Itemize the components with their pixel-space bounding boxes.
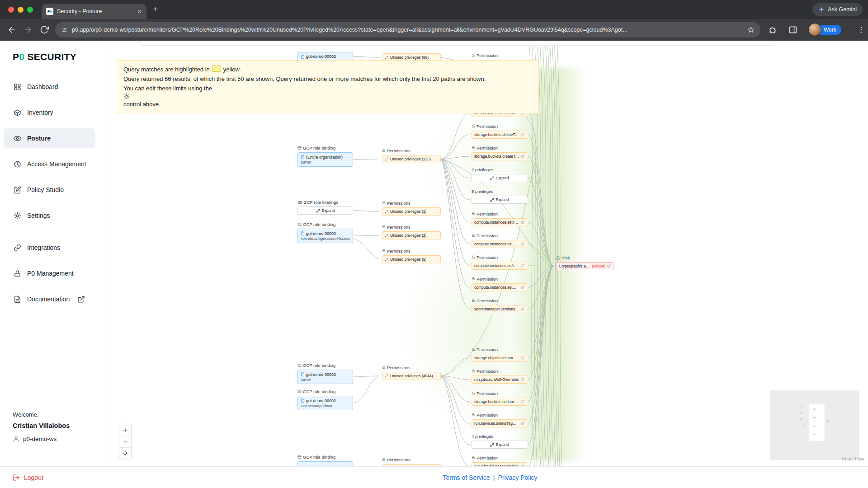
expand-button[interactable]: Expand <box>472 174 527 182</box>
unused-privileges-chip[interactable]: Unused privileges (5) <box>382 255 441 263</box>
permission-chip[interactable]: storage.buckets.deleteTagBindi... <box>472 131 527 139</box>
role-binding-node[interactable]: GCP role binding got-demo-00002 owner <box>297 362 353 384</box>
permission-node[interactable]: Permission compute.instances.osLogin <box>472 233 527 248</box>
maximize-window-button[interactable] <box>27 7 33 13</box>
permission-node[interactable]: Permission storage.objects.setIamPolicy <box>472 347 527 362</box>
permission-node[interactable]: Permission <box>472 52 527 60</box>
role-binding-node[interactable]: GCP role binding (Entire organization) o… <box>297 145 353 167</box>
forward-icon[interactable] <box>24 25 33 34</box>
sidebar-item-p0-management[interactable]: P0 Management <box>4 263 95 283</box>
permissions-group-node[interactable]: Permissions Unused privileges (135) <box>382 148 441 163</box>
logout-button[interactable]: Logout <box>13 467 43 488</box>
external-link-icon[interactable] <box>521 307 524 311</box>
expand-button[interactable]: Expand <box>297 206 353 215</box>
minimize-window-button[interactable] <box>18 7 24 13</box>
external-link-icon[interactable] <box>521 133 524 136</box>
expand-button[interactable]: Expand <box>472 196 527 204</box>
unused-privileges-chip[interactable]: Unused privileges (4944) <box>382 372 441 380</box>
bookmark-star-icon[interactable] <box>747 26 755 33</box>
external-link-icon[interactable] <box>521 400 524 404</box>
ask-gemini-button[interactable]: Ask Gemini <box>812 3 863 16</box>
side-panel-icon[interactable] <box>788 25 797 34</box>
permission-chip[interactable]: compute.instances.setTags <box>472 218 527 226</box>
browser-menu-icon[interactable] <box>857 26 865 34</box>
external-link-icon[interactable] <box>521 422 524 425</box>
role-binding-box[interactable]: got-demo-00002 owner <box>297 370 353 384</box>
role-binding-node[interactable]: GCP role binding got-demo-00002 iam.secu… <box>297 389 353 410</box>
role-binding-box[interactable]: got-demo-00002 iam.securityAdmin <box>297 396 353 410</box>
zoom-out-button[interactable] <box>119 436 132 447</box>
sidebar-item-integrations[interactable]: Integrations <box>4 238 95 258</box>
unused-privileges-chip[interactable]: Unused privileges (135) <box>382 155 441 163</box>
external-link-icon[interactable] <box>607 264 611 268</box>
permission-chip[interactable]: storage.buckets.setIamPolicy <box>472 398 527 406</box>
permission-chip[interactable]: storage.buckets.createTagBindi... <box>472 152 527 160</box>
permissions-group-node[interactable]: Permissions Unused privileges (4944) <box>382 365 441 380</box>
permissions-group-node[interactable]: Permissions Unused privileges (2) <box>382 224 441 239</box>
privileges-group-node[interactable]: 5 privileges Expand <box>472 188 527 204</box>
risk-chip[interactable]: Cryptographic exfiltrat...(critical) <box>556 262 613 270</box>
privileges-group-node[interactable]: 2 privileges Expand <box>472 167 527 182</box>
graph-minimap[interactable] <box>770 390 859 460</box>
risk-node[interactable]: Risk Cryptographic exfiltrat...(critical… <box>556 255 613 270</box>
permission-chip[interactable]: storage.objects.setIamPolicy <box>472 354 527 362</box>
profile-chip[interactable]: Work <box>808 23 841 36</box>
permission-chip[interactable]: secretmanager.versions.access <box>472 305 527 313</box>
fit-view-button[interactable] <box>119 447 132 459</box>
permission-node[interactable]: Permission run.jobs.deleteTagBinding <box>472 455 527 466</box>
permission-node[interactable]: Permission storage.buckets.deleteTagBind… <box>472 123 527 139</box>
permission-chip[interactable]: run.jobs.runWithOverrides <box>472 375 527 384</box>
permission-node[interactable]: Permission compute.instances.setTags <box>472 211 527 226</box>
external-link-icon[interactable] <box>521 221 524 224</box>
permission-node[interactable]: Permission storage.buckets.createTagBind… <box>472 145 527 160</box>
external-link-icon[interactable] <box>521 286 524 289</box>
permission-node[interactable]: Permission run.services.deleteTagBinding <box>472 412 527 427</box>
zoom-in-button[interactable] <box>119 424 132 436</box>
role-binding-box[interactable] <box>297 461 353 466</box>
unused-privileges-chip[interactable] <box>382 464 441 466</box>
external-link-icon[interactable] <box>521 155 524 158</box>
role-binding-box[interactable]: got-demo-00002 secretmanager.secretAcces… <box>297 229 353 243</box>
sidebar-item-policy-studio[interactable]: Policy Studio <box>4 180 95 200</box>
permission-node[interactable]: Permission compute.instances.osAdminLo..… <box>472 254 527 270</box>
privacy-policy-link[interactable]: Privacy Policy <box>498 474 537 481</box>
graph-canvas[interactable]: Query matches are highlighted inyellow. … <box>112 41 868 466</box>
back-icon[interactable] <box>7 25 16 34</box>
new-tab-button[interactable]: + <box>153 4 158 14</box>
sidebar-item-settings[interactable]: Settings <box>4 206 95 225</box>
extensions-icon[interactable] <box>769 25 778 34</box>
sidebar-item-posture[interactable]: Posture <box>4 128 95 148</box>
browser-tab[interactable]: P0 Security - Posture ✕ <box>42 4 146 19</box>
external-link-icon[interactable] <box>521 465 524 466</box>
role-binding-node[interactable]: got-demo-00002 <box>297 52 353 61</box>
permission-chip[interactable]: compute.instances.setMetadata <box>472 283 527 291</box>
permission-node[interactable]: Permission compute.instances.setMetadata <box>472 276 527 291</box>
external-link-icon[interactable] <box>521 356 524 360</box>
permissions-group-node[interactable]: Permissions Unused privileges (5) <box>382 248 441 263</box>
role-binding-group-node[interactable]: 30 GCP role bindings Expand <box>297 199 353 215</box>
permission-node[interactable]: Permission run.jobs.runWithOverrides <box>472 368 527 384</box>
permission-node[interactable]: Permission storage.buckets.setIamPolicy <box>472 390 527 406</box>
role-binding-box[interactable]: (Entire organization) owner <box>297 152 353 167</box>
permission-chip[interactable]: run.jobs.deleteTagBinding <box>472 462 527 466</box>
window-controls[interactable] <box>8 7 33 13</box>
permissions-group-node[interactable]: Permissions <box>382 457 441 466</box>
permission-chip[interactable]: compute.instances.osLogin <box>472 240 527 248</box>
reload-icon[interactable] <box>40 25 49 34</box>
permission-node[interactable]: Permission secretmanager.versions.access <box>472 298 527 313</box>
tab-close-icon[interactable]: ✕ <box>137 9 142 14</box>
permissions-group-node[interactable]: Permissions Unused privileges (1) <box>382 200 441 216</box>
role-binding-node[interactable]: GCP role binding <box>297 454 353 466</box>
close-window-button[interactable] <box>8 7 14 13</box>
permission-chip[interactable]: run.services.deleteTagBinding <box>472 419 527 427</box>
privileges-group-node[interactable]: 4 privileges Expand <box>472 433 527 449</box>
sidebar-item-access-management[interactable]: Access Management <box>4 154 95 174</box>
external-link-icon[interactable] <box>521 242 524 246</box>
role-binding-node[interactable]: GCP role binding got-demo-00002 secretma… <box>297 221 353 243</box>
sidebar-item-dashboard[interactable]: Dashboard <box>4 77 95 97</box>
terms-of-service-link[interactable]: Terms of Service <box>443 474 490 481</box>
address-bar[interactable]: p0.app/o/p0-demo-ws/posture/monitors/GCP… <box>55 22 760 38</box>
external-link-icon[interactable] <box>521 264 524 267</box>
external-link-icon[interactable] <box>521 378 524 381</box>
unused-privileges-chip[interactable]: Unused privileges (2) <box>382 231 441 239</box>
